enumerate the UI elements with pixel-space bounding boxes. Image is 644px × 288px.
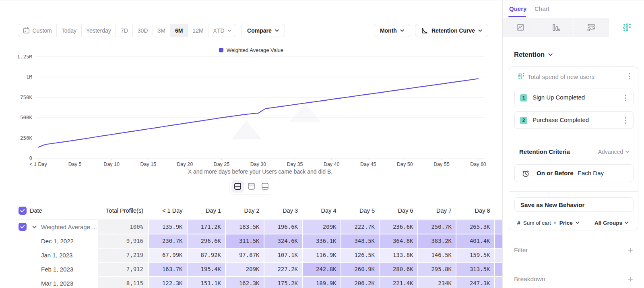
retention-value-cell: 280.6K: [380, 263, 417, 276]
retention-value-cell: 227.2K: [264, 263, 302, 276]
retention-value-cell: 175.2K: [264, 277, 302, 288]
chart-style-button[interactable]: Retention Curve: [415, 24, 488, 37]
column-header-day[interactable]: Day 8: [456, 207, 490, 214]
column-header-day[interactable]: Day 7: [418, 207, 452, 214]
column-header-date[interactable]: Date: [30, 207, 42, 214]
measure-selector[interactable]: # Sum of cart Price: [517, 217, 579, 229]
retention-value-cell: 163.7K: [149, 263, 187, 276]
add-filter-button[interactable]: [627, 247, 633, 253]
chart-type-insights[interactable]: [503, 18, 538, 37]
advanced-dropdown[interactable]: Advanced: [598, 149, 629, 155]
y-axis-label: 1M: [26, 74, 32, 80]
behavior-step[interactable]: 1 Sign Up Completed: [514, 89, 634, 106]
behavior-menu-button[interactable]: [626, 72, 633, 80]
measure-property-label: Price: [559, 220, 573, 226]
criteria-condition[interactable]: On or Before: [537, 165, 574, 182]
sidebar-tab-chart[interactable]: Chart: [535, 5, 549, 12]
row-label[interactable]: Dec 1, 2022: [41, 234, 105, 248]
advanced-label: Advanced: [598, 149, 623, 155]
column-header-day[interactable]: < 1 Day: [149, 207, 183, 214]
step-menu-button[interactable]: [622, 116, 629, 124]
date-range-control: CustomTodayYesterday7D30D3M6M12MXTD: [18, 24, 236, 37]
row-label[interactable]: Feb 1, 2023: [41, 263, 105, 276]
y-axis-label: 1.25M: [17, 54, 32, 60]
column-header-day[interactable]: Day 5: [341, 207, 375, 214]
compare-button[interactable]: Compare: [241, 24, 285, 37]
retention-icon: [518, 73, 524, 81]
behavior-card: Total spend of new users 1 Sign Up Compl…: [509, 66, 638, 230]
groups-dropdown[interactable]: All Groups: [594, 217, 628, 229]
row-label[interactable]: Jan 1, 2023: [41, 249, 105, 262]
table-header-divider: [16, 219, 502, 220]
save-as-new-behavior-button[interactable]: Save as New Behavior: [514, 197, 634, 212]
row-checkbox[interactable]: [19, 223, 27, 231]
row-label[interactable]: Weighted Average ...: [41, 220, 105, 234]
column-header-day[interactable]: Day 4: [303, 207, 336, 214]
retention-value-cell: 146.5K: [418, 249, 456, 262]
date-range-7d[interactable]: 7D: [116, 24, 133, 37]
row-label[interactable]: Mar 1, 2023: [41, 277, 105, 288]
retention-report-page: CustomTodayYesterday7D30D3M6M12MXTD Comp…: [0, 0, 644, 288]
chevron-down-icon[interactable]: [32, 226, 37, 228]
date-range-label: 30D: [138, 27, 148, 34]
table-only-view-toggle[interactable]: [259, 180, 271, 193]
retention-value-cell: 250.7K: [418, 220, 456, 234]
calendar-icon: [23, 27, 30, 34]
chart-type-funnels[interactable]: [538, 18, 573, 37]
x-axis-label: < 1 Day: [29, 162, 47, 167]
behavior-card-header: Total spend of new users: [509, 72, 638, 82]
split-view-toggle[interactable]: [231, 180, 244, 193]
layout-toggle-group: [229, 178, 273, 195]
granularity-button[interactable]: Month: [374, 24, 410, 37]
total-profiles-cell: 7,912: [98, 263, 148, 276]
date-range-today[interactable]: Today: [57, 24, 81, 37]
date-range-yesterday[interactable]: Yesterday: [82, 24, 116, 37]
column-header-total[interactable]: Total Profile(s): [98, 207, 143, 214]
date-range-3m[interactable]: 3M: [153, 24, 170, 37]
x-axis-label: Day 40: [324, 162, 340, 167]
retention-value-cell: 171.2K: [188, 220, 225, 234]
compare-label: Compare: [247, 27, 272, 34]
chart-type-flows[interactable]: [574, 18, 609, 37]
criteria-frequency[interactable]: Each Day: [578, 165, 604, 182]
chart-only-view-icon: [248, 182, 255, 190]
step-label: Purchase Completed: [533, 112, 589, 128]
date-range-30d[interactable]: 30D: [133, 24, 153, 37]
add-breakdown-button[interactable]: [627, 276, 633, 282]
chart-type-retention[interactable]: [609, 18, 644, 37]
table-row: Jan 1, 20237,21967.99K87.92K97.87K107.1K…: [0, 249, 502, 262]
behavior-title: Total spend of new users: [528, 73, 594, 80]
criteria-row[interactable]: On or Before Each Day: [514, 164, 634, 182]
sidebar-tab-query[interactable]: Query: [509, 5, 526, 12]
retention-value-cell: 281K: [495, 220, 503, 234]
measure-row: # Sum of cart Price All Groups: [509, 217, 638, 229]
date-range-label: Today: [62, 27, 76, 34]
query-section-title[interactable]: Retention: [514, 51, 553, 58]
date-range-6m[interactable]: 6M: [170, 24, 188, 37]
date-range-xtd[interactable]: XTD: [208, 24, 236, 37]
column-header-day[interactable]: Day 1: [188, 207, 221, 214]
behavior-step[interactable]: 2 Purchase Completed: [514, 111, 634, 129]
x-axis-label: Day 5: [68, 162, 82, 167]
column-header-day[interactable]: Day 3: [264, 207, 298, 214]
retention-value-cell: 107.1K: [264, 249, 302, 262]
column-header-day[interactable]: Day 2: [226, 207, 260, 214]
select-all-checkbox[interactable]: [19, 207, 27, 215]
total-profiles-cell: 100%: [98, 220, 148, 234]
retention-value-cell: 348.5K: [341, 234, 379, 248]
step-label: Sign Up Completed: [533, 89, 585, 106]
x-axis-label: Day 30: [250, 162, 266, 167]
retention-value-cell: 209K: [226, 263, 264, 276]
query-section-title-label: Retention: [514, 51, 545, 58]
chevron-down-icon: [625, 222, 628, 224]
chart-style-label: Retention Curve: [431, 27, 475, 34]
column-header-day[interactable]: Day 9: [495, 207, 503, 214]
date-range-custom[interactable]: Custom: [18, 24, 57, 37]
chart-type-switcher: [503, 18, 644, 37]
column-header-day[interactable]: Day 6: [380, 207, 413, 214]
date-range-12m[interactable]: 12M: [188, 24, 208, 37]
step-menu-button[interactable]: [622, 94, 629, 102]
chart-only-view-toggle[interactable]: [245, 180, 258, 193]
date-range-label: 7D: [121, 27, 128, 34]
retention-value-cell: 206.2K: [341, 277, 379, 288]
